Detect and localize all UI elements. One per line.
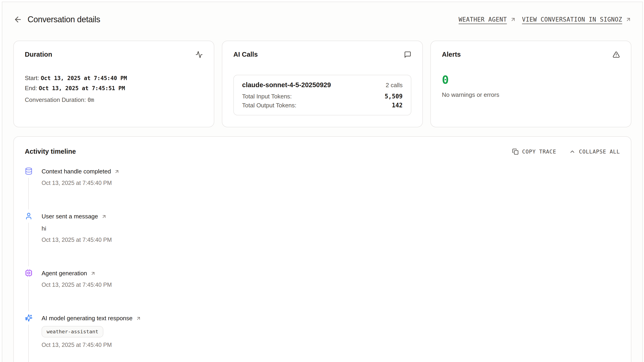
weather-agent-link-label: WEATHER AGENT [459, 16, 507, 23]
chevron-up-icon [569, 149, 576, 155]
alerts-count: 0 [442, 73, 620, 86]
activity-timeline-card: Activity timeline COPY TRACE COLLAPSE AL… [13, 136, 631, 362]
page-title: Conversation details [28, 15, 100, 24]
view-conversation-link-label: VIEW CONVERSATION IN SIGNOZ [522, 16, 622, 23]
arrow-up-right-icon [90, 271, 96, 276]
alerts-message: No warnings or errors [442, 91, 620, 98]
duration-card: Duration Start: Oct 13, 2025 at 7:45:40 … [13, 41, 214, 127]
arrow-up-right-icon [510, 16, 516, 22]
triangle-alert-icon [612, 51, 620, 58]
end-value: Oct 13, 2025 at 7:45:51 PM [39, 85, 125, 92]
timeline-item-title: Context handle completed [42, 168, 111, 175]
start-row: Start: Oct 13, 2025 at 7:45:40 PM [25, 73, 203, 83]
back-button[interactable] [13, 15, 22, 24]
timeline-item-link[interactable]: User sent a message [42, 212, 620, 220]
timeline-item-timestamp: Oct 13, 2025 at 7:45:40 PM [42, 236, 620, 243]
timeline-item-agent-generation: Agent generation Oct 13, 2025 at 7:45:40… [25, 269, 620, 288]
timeline-item-title: AI model generating text response [42, 315, 132, 322]
timeline-item-timestamp: Oct 13, 2025 at 7:45:40 PM [42, 341, 620, 349]
input-tokens-value: 5,509 [385, 93, 402, 100]
timeline-item-link[interactable]: Context handle completed [42, 167, 620, 176]
copy-icon [512, 149, 518, 155]
end-label: End: [25, 85, 37, 92]
view-conversation-in-signoz-link[interactable]: VIEW CONVERSATION IN SIGNOZ [522, 16, 631, 23]
activity-timeline-title: Activity timeline [25, 148, 76, 155]
timeline-item-title: Agent generation [42, 270, 87, 277]
arrow-left-icon [14, 15, 22, 24]
input-tokens-row: Total Input Tokens: 5,509 [242, 93, 402, 100]
cpu-icon [25, 269, 32, 277]
timeline-item-message: hi [42, 225, 620, 232]
database-icon [25, 167, 32, 175]
output-tokens-label: Total Output Tokens: [242, 102, 296, 109]
collapse-all-label: COLLAPSE ALL [579, 149, 620, 155]
output-tokens-value: 142 [392, 102, 402, 109]
ai-calls-card-title: AI Calls [233, 51, 258, 58]
start-value: Oct 13, 2025 at 7:45:40 PM [41, 75, 127, 81]
timeline-list: Context handle completed Oct 13, 2025 at… [25, 167, 620, 349]
copy-trace-label: COPY TRACE [522, 149, 556, 155]
timeline-item-ai-text-response: AI model generating text response weathe… [25, 314, 620, 349]
conversation-duration-row: Conversation Duration: 0m [25, 95, 203, 105]
arrow-up-right-icon [626, 16, 631, 22]
end-row: End: Oct 13, 2025 at 7:45:51 PM [25, 83, 203, 93]
copy-trace-button[interactable]: COPY TRACE [512, 149, 556, 155]
duration-card-title: Duration [25, 51, 52, 58]
timeline-item-timestamp: Oct 13, 2025 at 7:45:40 PM [42, 281, 620, 288]
sparkles-icon [25, 314, 32, 322]
header-links: WEATHER AGENT VIEW CONVERSATION IN SIGNO… [459, 16, 631, 23]
arrow-up-right-icon [101, 214, 107, 219]
alerts-card: Alerts 0 No warnings or errors [430, 41, 631, 127]
ai-calls-card: AI Calls claude-sonnet-4-5-20250929 2 ca… [222, 41, 423, 127]
model-usage-box: claude-sonnet-4-5-20250929 2 calls Total… [233, 75, 411, 115]
timeline-item-link[interactable]: AI model generating text response [42, 314, 620, 322]
conversation-duration-label: Conversation Duration: [25, 96, 86, 103]
conversation-duration-value: 0m [88, 97, 94, 103]
timeline-item-timestamp: Oct 13, 2025 at 7:45:40 PM [42, 179, 620, 186]
main-panel: Conversation details WEATHER AGENT VIEW … [2, 1, 643, 362]
page-header: Conversation details WEATHER AGENT VIEW … [13, 14, 631, 25]
start-label: Start: [25, 75, 39, 81]
timeline-item-title: User sent a message [42, 213, 98, 220]
model-name: claude-sonnet-4-5-20250929 [242, 81, 331, 89]
model-badge: weather-assistant [42, 326, 103, 338]
timeline-item-link[interactable]: Agent generation [42, 269, 620, 277]
input-tokens-label: Total Input Tokens: [242, 93, 292, 100]
timeline-item-context-handle: Context handle completed Oct 13, 2025 at… [25, 167, 620, 186]
collapse-all-button[interactable]: COLLAPSE ALL [569, 149, 620, 155]
timeline-item-user-message: User sent a message hi Oct 13, 2025 at 7… [25, 212, 620, 243]
stat-cards-row: Duration Start: Oct 13, 2025 at 7:45:40 … [13, 41, 631, 127]
message-square-icon [404, 51, 411, 58]
user-icon [25, 212, 32, 220]
model-calls-count: 2 calls [386, 82, 402, 89]
output-tokens-row: Total Output Tokens: 142 [242, 102, 402, 109]
alerts-card-title: Alerts [442, 51, 461, 58]
arrow-up-right-icon [114, 169, 120, 174]
arrow-up-right-icon [136, 316, 141, 321]
weather-agent-link[interactable]: WEATHER AGENT [459, 16, 516, 23]
activity-icon [196, 51, 203, 58]
